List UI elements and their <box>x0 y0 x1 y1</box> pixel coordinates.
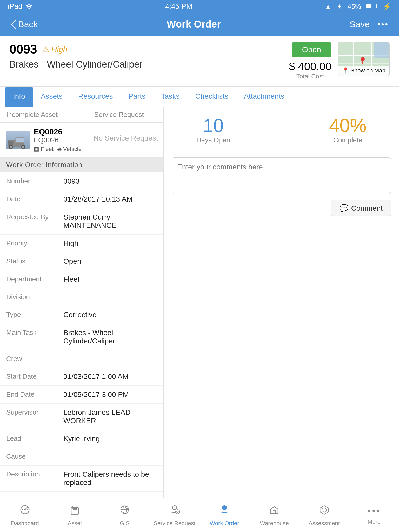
bluetooth-icon: ✦ <box>337 3 342 11</box>
work-order-info-rows: Number 0093 Date 01/28/2017 10:13 AM Req… <box>0 172 163 532</box>
right-panel: 10 Days Open 40% Complete 💬 Comment <box>164 107 399 532</box>
info-row-crew: Crew <box>0 350 163 368</box>
info-row-type: Type Corrective <box>0 306 163 324</box>
bottom-nav: Dashboard Asset GIS <box>0 498 399 532</box>
svg-rect-2 <box>367 4 371 8</box>
svg-point-0 <box>29 8 30 9</box>
svg-rect-40 <box>273 511 276 513</box>
svg-point-22 <box>24 509 26 510</box>
location-icon: ▲ <box>325 3 331 11</box>
asset-info: EQ0026 EQ0026 ▦ Fleet ◈ Vehicle <box>34 127 82 152</box>
vehicle-tag: ◈ Vehicle <box>57 146 82 152</box>
battery-label: 45% <box>348 3 361 11</box>
svg-rect-11 <box>374 42 390 58</box>
dashboard-label: Dashboard <box>11 520 39 527</box>
person-pin-icon: 📍 <box>342 67 349 74</box>
grid-icon: ▦ <box>34 146 39 152</box>
info-row-main-task: Main Task Brakes - Wheel Cylinder/Calipe… <box>0 324 163 350</box>
nav-item-assessment[interactable]: Assessment <box>299 501 349 529</box>
complete-stat: 40% Complete <box>329 115 367 144</box>
show-on-map-label[interactable]: 📍 Show on Map <box>338 66 389 76</box>
complete-label: Complete <box>329 136 367 144</box>
tab-checklists[interactable]: Checklists <box>188 87 236 107</box>
gis-label: GIS <box>120 520 130 527</box>
comment-input[interactable] <box>172 157 391 194</box>
asset-service-row: Incomplete Asset <box>0 107 163 157</box>
svg-point-36 <box>172 506 177 510</box>
service-column: Service Request No Service Request <box>88 107 163 157</box>
svg-point-16 <box>10 146 12 148</box>
tab-tasks[interactable]: Tasks <box>153 87 188 107</box>
nav-item-work-order[interactable]: Work Order <box>200 501 249 529</box>
carrier-label: iPad <box>8 2 22 11</box>
nav-item-warehouse[interactable]: Warehouse <box>249 501 299 529</box>
svg-point-37 <box>176 510 180 514</box>
svg-point-35 <box>126 507 128 508</box>
asset-item[interactable]: EQ0026 EQ0026 ▦ Fleet ◈ Vehicle <box>0 123 88 157</box>
incomplete-asset-label: Incomplete Asset <box>0 107 88 123</box>
asset-sub-id: EQ0026 <box>34 136 82 144</box>
info-row-supervisor: Supervisor Lebron James LEAD WORKER <box>0 404 163 430</box>
asset-label: Asset <box>68 520 82 527</box>
more-button[interactable]: ••• <box>377 19 389 29</box>
svg-point-12 <box>361 57 365 61</box>
cost-label: Total Cost <box>289 73 332 80</box>
asset-id: EQ0026 <box>34 127 82 136</box>
nav-bar: Back Work Order Save ••• <box>0 13 399 36</box>
info-row-cause: Cause <box>0 448 163 466</box>
tabs-container: Info Assets Resources Parts Tasks Checkl… <box>0 87 399 107</box>
work-order-icon <box>219 504 230 518</box>
nav-item-more[interactable]: ••• More <box>349 503 399 528</box>
work-order-info-header: Work Order Information <box>0 157 163 172</box>
info-row-priority: Priority High <box>0 235 163 252</box>
tab-info[interactable]: Info <box>5 87 33 107</box>
info-row-end-date: End Date 01/09/2017 3:00 PM <box>0 386 163 404</box>
info-row-date: Date 01/28/2017 10:13 AM <box>0 190 163 208</box>
info-row-division: Division <box>0 288 163 306</box>
tab-attachments[interactable]: Attachments <box>236 87 292 107</box>
save-button[interactable]: Save <box>350 19 370 29</box>
info-row-lead: Lead Kyrie Irving <box>0 430 163 448</box>
complete-number: 40% <box>329 115 367 136</box>
nav-item-gis[interactable]: GIS <box>100 501 150 529</box>
tab-resources[interactable]: Resources <box>70 87 121 107</box>
back-button[interactable]: Back <box>10 19 38 29</box>
assessment-label: Assessment <box>309 520 340 527</box>
charging-icon: ⚡ <box>383 3 391 11</box>
warehouse-icon <box>269 504 280 518</box>
tab-assets[interactable]: Assets <box>33 87 70 107</box>
fleet-tag: ▦ Fleet <box>34 146 54 152</box>
left-panel: Incomplete Asset <box>0 107 164 532</box>
nav-item-dashboard[interactable]: Dashboard <box>0 501 50 529</box>
asset-tags: ▦ Fleet ◈ Vehicle <box>34 146 82 152</box>
main-content: Incomplete Asset <box>0 107 399 532</box>
no-service-text: No Service Request <box>88 123 163 154</box>
more-nav-icon: ••• <box>368 506 381 516</box>
info-row-start-date: Start Date 01/03/2017 1:00 AM <box>0 368 163 386</box>
page-title: Work Order <box>167 19 221 30</box>
assessment-icon <box>318 504 330 518</box>
battery-icon <box>366 3 378 11</box>
map-thumbnail[interactable]: 📍 Show on Map <box>338 42 390 76</box>
svg-point-18 <box>22 146 24 148</box>
asset-icon <box>69 504 81 518</box>
dashboard-icon <box>19 504 31 518</box>
work-order-nav-label: Work Order <box>210 520 239 527</box>
tab-parts[interactable]: Parts <box>121 87 153 107</box>
diamond-icon: ◈ <box>57 146 62 152</box>
work-order-title: Brakes - Wheel Cylinder/Caliper <box>9 59 289 70</box>
speech-bubble-icon: 💬 <box>340 204 349 212</box>
nav-item-asset[interactable]: Asset <box>50 501 100 529</box>
asset-column: Incomplete Asset <box>0 107 88 157</box>
status-button[interactable]: Open <box>292 42 331 57</box>
work-order-number: 0093 <box>9 42 37 56</box>
comment-button[interactable]: 💬 Comment <box>331 200 391 216</box>
stats-row: 10 Days Open 40% Complete <box>172 115 391 144</box>
header-section: 0093 ⚠ High Brakes - Wheel Cylinder/Cali… <box>0 36 399 87</box>
status-bar: iPad 4:45 PM ▲ ✦ 45% ⚡ <box>0 0 399 13</box>
days-open-label: Days Open <box>196 136 230 144</box>
nav-item-service-request[interactable]: Service Request <box>150 501 200 529</box>
back-label: Back <box>18 19 38 29</box>
svg-rect-20 <box>16 138 24 142</box>
warehouse-label: Warehouse <box>260 520 289 527</box>
